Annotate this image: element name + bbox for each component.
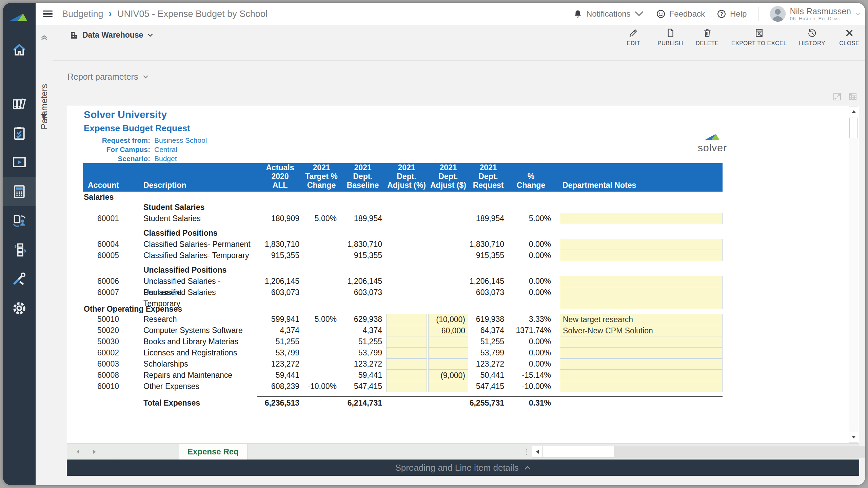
sidebar-item-calculator[interactable] — [3, 177, 36, 206]
actuals-cell: 4,374 — [257, 325, 303, 337]
target-change-cell — [303, 250, 340, 261]
parameters-panel-collapsed: Parameters — [36, 25, 53, 485]
adjust-usd-input[interactable] — [428, 347, 468, 358]
pane-splitter-handle[interactable] — [525, 447, 528, 456]
sidebar-item-workflow[interactable] — [3, 235, 36, 265]
actuals-cell: 608,239 — [257, 381, 303, 392]
adjust-usd-input[interactable]: (10,000) — [428, 314, 468, 326]
scroll-left-icon[interactable] — [532, 446, 542, 457]
account-cell: 50030 — [83, 336, 124, 347]
total-target-cell — [303, 396, 340, 411]
delete-button[interactable]: DELETE — [695, 28, 719, 47]
sheet-tab-expense-req[interactable]: Expense Req — [179, 444, 248, 460]
adjust-pct-input[interactable] — [386, 314, 427, 326]
meta-value: Business School — [154, 136, 207, 145]
description-cell: Student Salaries — [124, 213, 257, 224]
next-sheet-icon[interactable] — [93, 449, 97, 454]
actuals-cell: 1,830,710 — [257, 239, 303, 250]
data-source-dropdown[interactable]: Data Warehouse — [70, 31, 153, 40]
adjust-pct-input[interactable] — [386, 325, 427, 337]
vertical-scroll-thumb[interactable] — [849, 118, 858, 138]
adjust-usd-input[interactable] — [428, 358, 468, 370]
close-button[interactable]: CLOSE — [837, 28, 861, 47]
adjust-pct-input — [386, 250, 428, 261]
expand-panel-icon[interactable] — [36, 34, 53, 42]
dept-note-input[interactable] — [560, 239, 723, 250]
sidebar-item-home[interactable] — [3, 36, 36, 65]
sidebar-item-presentation[interactable] — [3, 148, 36, 177]
solver-logo-icon[interactable] — [3, 7, 36, 27]
notifications-button[interactable]: Notifications — [573, 9, 644, 19]
adjust-usd-input[interactable]: 60,000 — [428, 325, 468, 337]
row-spacer — [83, 224, 723, 228]
breadcrumb-section[interactable]: Budgeting — [62, 9, 103, 19]
target-change-cell — [303, 239, 340, 250]
adjust-pct-input[interactable] — [386, 358, 427, 370]
close-icon — [844, 28, 854, 38]
pct-change-cell: 0.00% — [508, 250, 554, 261]
adjust-usd-input[interactable]: (9,000) — [428, 370, 468, 382]
table-row-section: Salaries — [83, 192, 723, 202]
total-actuals-cell: 6,236,513 — [257, 396, 303, 411]
dept-note-input[interactable] — [560, 213, 723, 224]
dept-note-input[interactable]: New target research — [560, 314, 723, 326]
request-cell: 123,272 — [469, 358, 508, 370]
menu-icon[interactable] — [43, 11, 53, 17]
spacer-cell — [386, 396, 428, 411]
edit-button[interactable]: EDIT — [622, 28, 645, 47]
scroll-down-icon[interactable] — [849, 432, 858, 443]
history-button[interactable]: HISTORY — [799, 28, 825, 47]
account-cell: 60010 — [83, 381, 124, 392]
pct-change-cell: 0.00% — [508, 358, 554, 370]
table-view-icon[interactable] — [848, 92, 858, 102]
solver-report-logo: solver — [694, 133, 731, 154]
adjust-pct-input[interactable] — [386, 347, 427, 358]
spreading-details-expander[interactable]: Spreading and Line item details — [67, 460, 859, 476]
user-menu[interactable]: Nils Rasmussen 06_Higher_Ed_Demo — [770, 6, 861, 22]
building-icon — [70, 31, 78, 40]
target-change-cell: -10.00% — [303, 381, 340, 392]
description-cell: Classified Salaries- Temporary — [124, 250, 257, 261]
help-button[interactable]: ? Help — [716, 9, 747, 19]
dept-note-input[interactable] — [560, 370, 723, 382]
dept-note-input[interactable] — [560, 287, 723, 309]
sheet-tab-strip: Expense Req — [67, 444, 859, 460]
adjust-usd-input[interactable] — [428, 336, 468, 347]
sidebar-item-document-person[interactable] — [3, 206, 36, 235]
sidebar-item-gear[interactable] — [3, 294, 36, 323]
prev-sheet-icon[interactable] — [76, 449, 80, 454]
dept-note-input[interactable] — [560, 358, 723, 370]
filter-funnel-icon[interactable] — [36, 113, 53, 121]
excel-icon — [754, 28, 764, 38]
dept-note-input[interactable] — [560, 381, 723, 392]
sidebar-item-clipboard-tasks[interactable] — [3, 119, 36, 148]
report-table-body: SalariesStudent Salaries60001Student Sal… — [83, 192, 723, 411]
export-to-excel-button[interactable]: EXPORT TO EXCEL — [731, 28, 787, 47]
horizontal-scrollbar[interactable] — [532, 446, 865, 457]
sidebar-item-tools[interactable] — [3, 265, 36, 294]
sidebar-item-binders[interactable] — [3, 90, 36, 119]
dept-note-input[interactable] — [560, 250, 723, 261]
chevron-down-icon — [143, 75, 149, 79]
description-cell: Scholarships — [124, 358, 257, 370]
adjust-pct-input[interactable] — [386, 381, 427, 392]
adjust-pct-input[interactable] — [386, 370, 427, 382]
feedback-button[interactable]: Feedback — [656, 9, 705, 19]
publish-button[interactable]: PUBLISH — [657, 28, 683, 47]
row-spacer — [83, 261, 723, 265]
horizontal-scroll-thumb[interactable] — [542, 446, 614, 457]
dept-note-input[interactable]: Solver-New CPM Solution — [560, 325, 723, 337]
scroll-up-icon[interactable] — [849, 106, 858, 117]
adjust-pct-input[interactable] — [386, 336, 427, 347]
dept-note-input[interactable] — [560, 336, 723, 347]
parameters-panel-label[interactable]: Parameters — [39, 84, 50, 129]
document-person-icon — [12, 213, 27, 229]
popout-icon[interactable] — [832, 92, 842, 102]
report-parameters-toggle[interactable]: Report parameters — [67, 72, 149, 82]
vertical-scrollbar[interactable] — [849, 106, 858, 443]
adjust-usd-input[interactable] — [428, 381, 468, 392]
dept-note-input[interactable] — [560, 347, 723, 358]
solver-logo-text: solver — [694, 142, 731, 154]
pct-change-cell: 3.33% — [508, 314, 554, 326]
account-cell: 60004 — [83, 239, 124, 250]
